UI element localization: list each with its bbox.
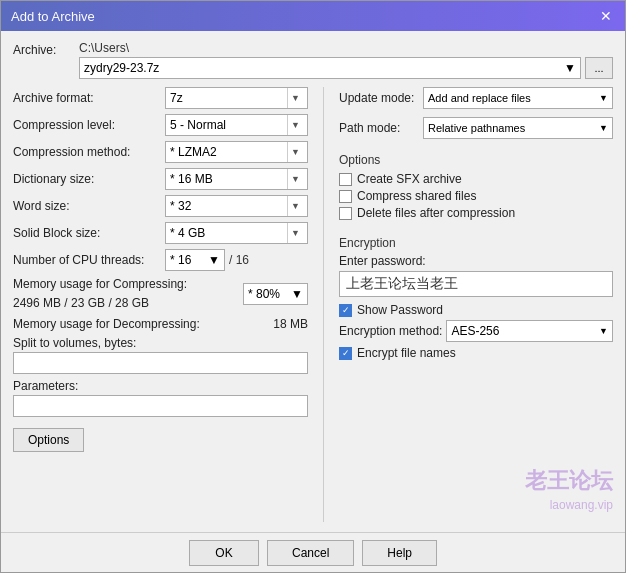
parameters-input[interactable] [13, 395, 308, 417]
path-mode-row: Path mode: Relative pathnames ▼ [339, 117, 613, 139]
word-size-label: Word size: [13, 199, 161, 213]
compression-method-combo[interactable]: * LZMA2 ▼ [165, 141, 308, 163]
left-column: Archive format: 7z ▼ Compression level: … [13, 87, 308, 522]
column-separator [323, 87, 324, 522]
path-mode-arrow: ▼ [599, 123, 608, 133]
options-group-label: Options [339, 153, 613, 167]
word-size-row: Word size: * 32 ▼ [13, 195, 308, 217]
close-button[interactable]: ✕ [597, 7, 615, 25]
encryption-group-label: Encryption [339, 236, 613, 250]
compression-level-combo[interactable]: 5 - Normal ▼ [165, 114, 308, 136]
compression-method-arrow: ▼ [287, 142, 303, 162]
show-password-row: Show Password [339, 303, 613, 317]
dialog-footer: OK Cancel Help [1, 532, 625, 572]
delete-after-row: Delete files after compression [339, 206, 613, 220]
watermark-area: 老王论坛 laowang.vip [339, 368, 613, 522]
update-mode-combo[interactable]: Add and replace files ▼ [423, 87, 613, 109]
watermark: 老王论坛 laowang.vip [525, 466, 613, 512]
encryption-group: Encryption Enter password: 上老王论坛当老王 Show… [339, 236, 613, 363]
memory-percent-arrow: ▼ [291, 287, 303, 301]
delete-after-checkbox[interactable] [339, 207, 352, 220]
main-content: Archive: C:\Users\ zydry29-23.7z ▼ ... A… [1, 31, 625, 532]
path-mode-combo[interactable]: Relative pathnames ▼ [423, 117, 613, 139]
password-input[interactable]: 上老王论坛当老王 [339, 271, 613, 297]
encrypt-names-checkbox[interactable] [339, 347, 352, 360]
update-mode-row: Update mode: Add and replace files ▼ [339, 87, 613, 109]
compression-method-row: Compression method: * LZMA2 ▼ [13, 141, 308, 163]
cpu-threads-row: Number of CPU threads: * 16 ▼ / 16 [13, 249, 308, 271]
memory-compress-block: Memory usage for Compressing: 2496 MB / … [13, 276, 187, 312]
title-bar: Add to Archive ✕ [1, 1, 625, 31]
parameters-label: Parameters: [13, 379, 78, 393]
solid-block-size-arrow: ▼ [287, 223, 303, 243]
archive-label: Archive: [13, 41, 73, 57]
encrypt-names-row: Encrypt file names [339, 346, 613, 360]
cpu-threads-arrow: ▼ [208, 253, 220, 267]
help-button[interactable]: Help [362, 540, 437, 566]
split-volumes-input[interactable] [13, 352, 308, 374]
archive-row: Archive: C:\Users\ zydry29-23.7z ▼ ... [13, 41, 613, 79]
compression-method-label: Compression method: [13, 145, 161, 159]
dictionary-size-combo[interactable]: * 16 MB ▼ [165, 168, 308, 190]
archive-format-row: Archive format: 7z ▼ [13, 87, 308, 109]
password-value: 上老王论坛当老王 [346, 275, 458, 293]
split-volumes-label: Split to volumes, bytes: [13, 336, 308, 350]
memory-decompress-value: 18 MB [273, 317, 308, 331]
dictionary-size-arrow: ▼ [287, 169, 303, 189]
path-mode-label: Path mode: [339, 121, 419, 135]
ok-button[interactable]: OK [189, 540, 259, 566]
cancel-button[interactable]: Cancel [267, 540, 354, 566]
password-label: Enter password: [339, 254, 613, 268]
archive-format-label: Archive format: [13, 91, 161, 105]
encrypt-names-label: Encrypt file names [357, 346, 456, 360]
show-password-label: Show Password [357, 303, 443, 317]
cpu-threads-combo[interactable]: * 16 ▼ [165, 249, 225, 271]
dictionary-size-label: Dictionary size: [13, 172, 161, 186]
browse-button[interactable]: ... [585, 57, 613, 79]
update-mode-arrow: ▼ [599, 93, 608, 103]
dialog: Add to Archive ✕ Archive: C:\Users\ zydr… [0, 0, 626, 573]
archive-path-line1: C:\Users\ [79, 41, 613, 55]
split-volumes-row: Split to volumes, bytes: [13, 336, 308, 374]
memory-compress-row: Memory usage for Compressing: 2496 MB / … [13, 276, 308, 312]
archive-format-combo[interactable]: 7z ▼ [165, 87, 308, 109]
archive-combo[interactable]: zydry29-23.7z ▼ [79, 57, 581, 79]
solid-block-size-combo[interactable]: * 4 GB ▼ [165, 222, 308, 244]
archive-combo-arrow: ▼ [564, 61, 576, 75]
encryption-method-label: Encryption method: [339, 324, 442, 338]
memory-decompress-label: Memory usage for Decompressing: [13, 317, 200, 331]
cpu-threads-label: Number of CPU threads: [13, 253, 161, 267]
options-group: Options Create SFX archive Compress shar… [339, 153, 613, 223]
solid-block-size-row: Solid Block size: * 4 GB ▼ [13, 222, 308, 244]
delete-after-label: Delete files after compression [357, 206, 515, 220]
compression-level-label: Compression level: [13, 118, 161, 132]
cpu-threads-control: * 16 ▼ / 16 [165, 249, 249, 271]
show-password-checkbox[interactable] [339, 304, 352, 317]
watermark-line2: laowang.vip [525, 498, 613, 512]
compress-shared-checkbox[interactable] [339, 190, 352, 203]
word-size-value: * 32 [170, 199, 287, 213]
create-sfx-label: Create SFX archive [357, 172, 462, 186]
word-size-combo[interactable]: * 32 ▼ [165, 195, 308, 217]
right-column: Update mode: Add and replace files ▼ Pat… [339, 87, 613, 522]
create-sfx-checkbox[interactable] [339, 173, 352, 186]
memory-compress-label: Memory usage for Compressing: [13, 276, 187, 293]
compression-level-value: 5 - Normal [170, 118, 287, 132]
update-mode-label: Update mode: [339, 91, 419, 105]
solid-block-size-value: * 4 GB [170, 226, 287, 240]
cpu-threads-value: * 16 [170, 253, 191, 267]
archive-input-row: zydry29-23.7z ▼ ... [79, 57, 613, 79]
archive-path-container: C:\Users\ zydry29-23.7z ▼ ... [79, 41, 613, 79]
cpu-threads-slash: / 16 [229, 253, 249, 267]
memory-percent-combo[interactable]: * 80% ▼ [243, 283, 308, 305]
compress-shared-label: Compress shared files [357, 189, 476, 203]
archive-format-value: 7z [170, 91, 287, 105]
memory-decompress-row: Memory usage for Decompressing: 18 MB [13, 317, 308, 331]
compression-method-value: * LZMA2 [170, 145, 287, 159]
encryption-method-combo[interactable]: AES-256 ▼ [446, 320, 613, 342]
path-mode-value: Relative pathnames [428, 122, 599, 134]
options-button[interactable]: Options [13, 428, 84, 452]
memory-compress-sublabel: 2496 MB / 23 GB / 28 GB [13, 295, 187, 312]
main-columns: Archive format: 7z ▼ Compression level: … [13, 87, 613, 522]
encryption-method-arrow: ▼ [599, 326, 608, 336]
